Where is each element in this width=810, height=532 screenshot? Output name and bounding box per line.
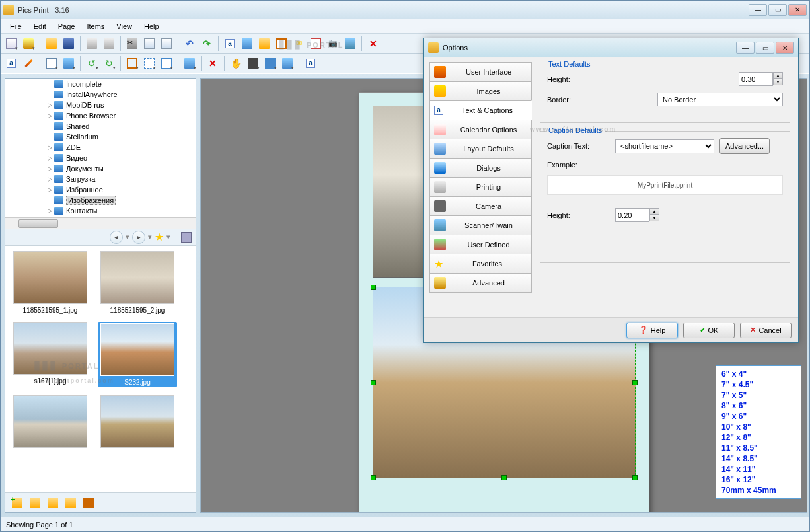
print-preview-button[interactable] bbox=[101, 36, 117, 52]
minimize-button[interactable]: — bbox=[749, 4, 767, 16]
thumbnail[interactable] bbox=[11, 395, 90, 451]
folder-tree[interactable]: IncompleteInstallAnywhere▷MobiDB rus▷Pho… bbox=[5, 79, 196, 217]
add-image-button[interactable] bbox=[239, 36, 255, 52]
text-height-input[interactable] bbox=[739, 72, 773, 86]
wizard-button[interactable] bbox=[20, 36, 36, 52]
menu-edit[interactable]: Edit bbox=[28, 21, 52, 32]
caption-text-select[interactable]: <shortfilename> bbox=[615, 139, 714, 153]
text-height-spinner[interactable]: ▲▼ bbox=[773, 72, 783, 86]
options-tab[interactable]: aText & Captions bbox=[429, 100, 532, 120]
size-option[interactable]: 8" x 6" bbox=[721, 400, 795, 411]
crop-button[interactable] bbox=[124, 56, 140, 71]
tree-item[interactable]: Изображения bbox=[5, 195, 196, 206]
size-option[interactable]: 10" x 8" bbox=[721, 422, 795, 432]
add-frame-button[interactable] bbox=[274, 36, 289, 52]
view-mode-icon[interactable] bbox=[181, 232, 192, 243]
text-tool-button[interactable]: a bbox=[3, 56, 19, 71]
tree-item[interactable]: Incomplete bbox=[5, 79, 196, 89]
dialog-minimize-button[interactable]: — bbox=[736, 42, 755, 54]
pencil-tool-button[interactable] bbox=[20, 56, 36, 71]
rotate-right-button[interactable]: ↻ bbox=[101, 56, 117, 71]
options-tab[interactable]: Advanced bbox=[429, 273, 532, 293]
tree-item[interactable]: ▷Видео bbox=[5, 153, 196, 163]
thumbnail[interactable] bbox=[98, 395, 177, 451]
tiles-button[interactable] bbox=[81, 495, 96, 511]
add-folder-button[interactable] bbox=[256, 36, 272, 52]
options-tab[interactable]: Calendar Options bbox=[429, 120, 532, 139]
help-button[interactable]: ❓Help bbox=[626, 323, 678, 338]
size-option[interactable]: 6" x 4" bbox=[721, 369, 795, 379]
border-select[interactable]: No Border bbox=[657, 93, 783, 106]
camera-button[interactable]: 📷 bbox=[325, 36, 341, 52]
size-option[interactable]: 14" x 8.5" bbox=[721, 453, 795, 464]
layout-button[interactable] bbox=[44, 56, 59, 71]
caption-height-spinner[interactable]: ▲▼ bbox=[649, 208, 659, 222]
open-button[interactable] bbox=[44, 36, 59, 52]
dialog-close-button[interactable]: ✕ bbox=[776, 42, 794, 54]
mail-button[interactable]: ✉ bbox=[291, 36, 307, 52]
resize-button[interactable] bbox=[141, 56, 157, 71]
menu-view[interactable]: View bbox=[111, 21, 137, 32]
size-option[interactable]: 11" x 8.5" bbox=[721, 443, 795, 453]
options-tab[interactable]: Printing bbox=[429, 177, 532, 197]
cancel-button[interactable]: ✕Cancel bbox=[740, 323, 792, 338]
options-tab[interactable]: User Defined bbox=[429, 235, 532, 254]
effects-button[interactable] bbox=[182, 56, 198, 71]
size-option[interactable]: 7" x 4.5" bbox=[721, 379, 795, 390]
options-tab[interactable]: User Interface bbox=[429, 62, 532, 82]
options-tab[interactable]: Scanner/Twain bbox=[429, 215, 532, 235]
size-option[interactable]: 7" x 5" bbox=[721, 390, 795, 400]
thumbnail-grid[interactable]: 1185521595_1.jpg1185521595_2.jpgs167[1].… bbox=[5, 246, 196, 492]
favorite-icon[interactable]: ★ bbox=[155, 231, 164, 243]
tree-item[interactable]: ▷Избранное bbox=[5, 184, 196, 195]
rotate-left-button[interactable]: ↺ bbox=[84, 56, 100, 71]
size-option[interactable]: 12" x 8" bbox=[721, 432, 795, 443]
tree-item[interactable]: ▷Phone Browser bbox=[5, 110, 196, 121]
undo-button[interactable]: ↶ bbox=[182, 36, 198, 52]
nav-prev-button[interactable]: ◄ bbox=[110, 231, 123, 244]
tree-item[interactable]: Stellarium bbox=[5, 132, 196, 142]
close-button[interactable]: ✕ bbox=[788, 4, 807, 16]
maximize-button[interactable]: ▭ bbox=[768, 4, 787, 16]
options-tab[interactable]: Layout Defaults bbox=[429, 139, 532, 159]
tree-item[interactable]: ▷Документы bbox=[5, 163, 196, 174]
options-tab[interactable]: Dialogs bbox=[429, 158, 532, 178]
pan-button[interactable]: ✋ bbox=[228, 56, 244, 71]
advanced-button[interactable]: Advanced... bbox=[719, 138, 770, 154]
thumbnail[interactable]: s167[1].jpg bbox=[11, 322, 90, 387]
options-tab[interactable]: Images bbox=[429, 81, 532, 101]
size-option[interactable]: 16" x 12" bbox=[721, 475, 795, 485]
tree-item[interactable]: ▷Загрузка bbox=[5, 174, 196, 184]
copy-button[interactable] bbox=[141, 36, 157, 52]
theme-button[interactable] bbox=[61, 56, 77, 71]
tree-scrollbar[interactable] bbox=[5, 217, 196, 229]
caption-button[interactable]: a bbox=[303, 56, 318, 71]
redo-button[interactable]: ↷ bbox=[199, 36, 215, 52]
folders-button[interactable] bbox=[45, 495, 61, 511]
dialog-maximize-button[interactable]: ▭ bbox=[756, 42, 774, 54]
cut-button[interactable]: ✂ bbox=[124, 36, 140, 52]
folders2-button[interactable] bbox=[63, 495, 79, 511]
tree-item[interactable]: ▷ZDE bbox=[5, 142, 196, 153]
scanner-button[interactable] bbox=[342, 36, 358, 52]
thumbnail[interactable]: 1185521595_2.jpg bbox=[98, 251, 177, 314]
fit-button[interactable] bbox=[159, 56, 174, 71]
thumbnail[interactable]: S232.jpg bbox=[98, 322, 177, 387]
save-button[interactable] bbox=[61, 36, 77, 52]
tree-item[interactable]: InstallAnywhere bbox=[5, 89, 196, 100]
menu-file[interactable]: File bbox=[5, 21, 27, 32]
tree-item[interactable]: ▷MobiDB rus bbox=[5, 100, 196, 110]
remove-button[interactable]: ✕ bbox=[205, 56, 221, 71]
add-thumb2-button[interactable] bbox=[27, 495, 43, 511]
size-option[interactable]: 14" x 11" bbox=[721, 464, 795, 475]
grid-button[interactable] bbox=[262, 56, 278, 71]
tree-item[interactable]: ▷Контакты bbox=[5, 206, 196, 216]
menu-page[interactable]: Page bbox=[53, 21, 81, 32]
menu-help[interactable]: Help bbox=[139, 21, 165, 32]
nav-next-button[interactable]: ► bbox=[132, 231, 145, 244]
menu-items[interactable]: Items bbox=[81, 21, 110, 32]
thumbnail[interactable]: 1185521595_1.jpg bbox=[11, 251, 90, 314]
tree-item[interactable]: Shared bbox=[5, 121, 196, 132]
ok-button[interactable]: ✔OK bbox=[683, 323, 735, 338]
size-option[interactable]: 70mm x 45mm bbox=[721, 485, 795, 496]
